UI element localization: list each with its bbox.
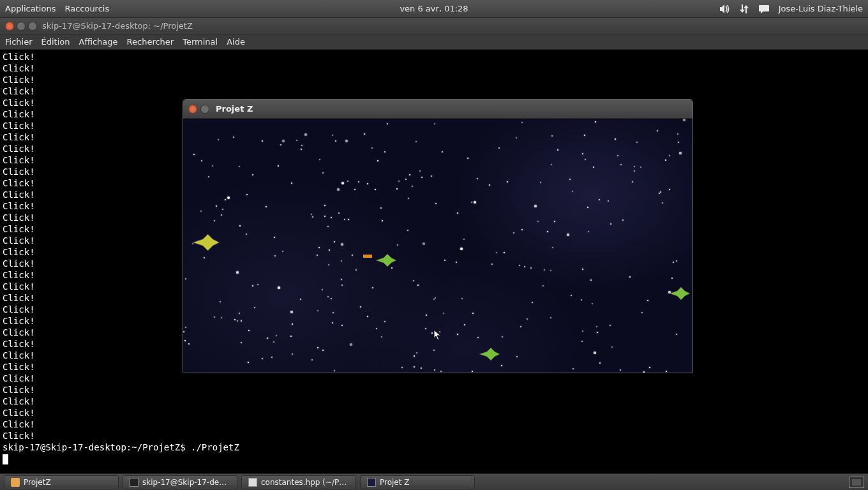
- star: [282, 140, 285, 142]
- taskbar-item[interactable]: Projet Z: [360, 475, 475, 489]
- minimize-icon[interactable]: [200, 105, 209, 114]
- star: [585, 159, 586, 160]
- star: [311, 359, 313, 360]
- star: [331, 298, 332, 299]
- star: [668, 291, 671, 293]
- game-titlebar[interactable]: Projet Z: [183, 100, 692, 119]
- star: [332, 322, 333, 323]
- star: [221, 214, 222, 216]
- star: [291, 182, 292, 184]
- star: [214, 220, 215, 221]
- star: [608, 200, 609, 202]
- star: [417, 285, 419, 286]
- taskbar-item[interactable]: ProjetZ: [4, 475, 119, 489]
- star: [322, 172, 324, 174]
- star: [569, 179, 571, 180]
- star: [200, 211, 202, 212]
- star: [524, 266, 525, 267]
- star: [301, 145, 303, 146]
- star: [341, 260, 342, 262]
- taskbar-item-label: skip-17@Skip-17-de…: [142, 478, 227, 487]
- close-icon[interactable]: [5, 22, 14, 31]
- star: [216, 205, 217, 207]
- star: [201, 160, 202, 161]
- star: [457, 334, 458, 335]
- panel-menu-shortcuts[interactable]: Raccourcis: [64, 4, 109, 13]
- star: [407, 230, 408, 231]
- menu-rechercher[interactable]: Rechercher: [127, 37, 174, 47]
- star: [634, 166, 635, 167]
- star: [550, 270, 551, 271]
- star: [348, 219, 349, 220]
- star: [358, 181, 359, 182]
- terminal-menubar: Fichier Édition Affichage Rechercher Ter…: [0, 34, 868, 50]
- menu-aide[interactable]: Aide: [227, 37, 245, 47]
- star: [594, 352, 596, 354]
- star: [581, 341, 583, 342]
- star: [254, 307, 255, 308]
- star: [416, 352, 417, 353]
- star: [444, 260, 445, 261]
- star: [647, 300, 648, 301]
- star: [322, 350, 324, 351]
- star: [677, 133, 678, 135]
- star: [669, 189, 670, 190]
- star: [572, 368, 574, 369]
- taskbar-item-label: ProjetZ: [24, 478, 51, 487]
- star: [457, 212, 458, 214]
- taskbar-item[interactable]: skip-17@Skip-17-de…: [123, 475, 237, 489]
- panel-clock[interactable]: ven 6 avr, 01:28: [400, 4, 468, 13]
- star: [396, 188, 398, 189]
- terminal-titlebar[interactable]: skip-17@Skip-17-desktop: ~/ProjetZ: [0, 18, 868, 34]
- star: [551, 135, 553, 137]
- star: [331, 217, 332, 218]
- taskbar-item-label: constantes.hpp (~/P…: [261, 478, 347, 487]
- star: [401, 367, 403, 368]
- star: [622, 219, 624, 221]
- panel-user-menu[interactable]: Jose-Luis Diaz-Thiele: [779, 4, 863, 13]
- star: [384, 151, 385, 152]
- close-icon[interactable]: [188, 105, 197, 114]
- star: [610, 325, 611, 326]
- star: [530, 267, 532, 269]
- star: [234, 319, 236, 320]
- star: [241, 320, 242, 322]
- star: [273, 341, 274, 343]
- gnome-top-panel: Applications Raccourcis ven 6 avr, 01:28…: [0, 0, 868, 18]
- star: [521, 229, 523, 230]
- star: [610, 223, 611, 225]
- star: [434, 123, 435, 124]
- menu-edition[interactable]: Édition: [41, 37, 70, 47]
- star: [324, 205, 326, 206]
- star: [239, 225, 241, 226]
- show-desktop-button[interactable]: [849, 477, 864, 488]
- star: [521, 122, 523, 123]
- star: [474, 201, 476, 204]
- star: [239, 313, 240, 314]
- star: [372, 287, 373, 288]
- star: [620, 369, 621, 371]
- star: [192, 243, 193, 244]
- star: [456, 262, 457, 263]
- panel-menu-applications[interactable]: Applications: [5, 4, 56, 13]
- taskbar-item[interactable]: constantes.hpp (~/P…: [241, 475, 356, 489]
- network-icon[interactable]: [739, 4, 749, 14]
- menu-affichage[interactable]: Affichage: [79, 37, 117, 47]
- star: [333, 312, 334, 313]
- maximize-icon[interactable]: [28, 22, 37, 31]
- volume-icon[interactable]: [719, 4, 730, 14]
- chat-icon[interactable]: [758, 4, 770, 14]
- star: [334, 370, 335, 371]
- star: [433, 299, 435, 300]
- star: [274, 237, 275, 238]
- star: [292, 353, 293, 355]
- menu-terminal[interactable]: Terminal: [183, 37, 218, 47]
- star: [409, 174, 410, 175]
- star: [334, 241, 335, 242]
- menu-fichier[interactable]: Fichier: [5, 37, 33, 47]
- star: [248, 362, 249, 363]
- star: [341, 182, 344, 184]
- game-canvas[interactable]: [183, 119, 692, 373]
- game-window[interactable]: Projet Z: [183, 99, 693, 373]
- minimize-icon[interactable]: [17, 22, 26, 31]
